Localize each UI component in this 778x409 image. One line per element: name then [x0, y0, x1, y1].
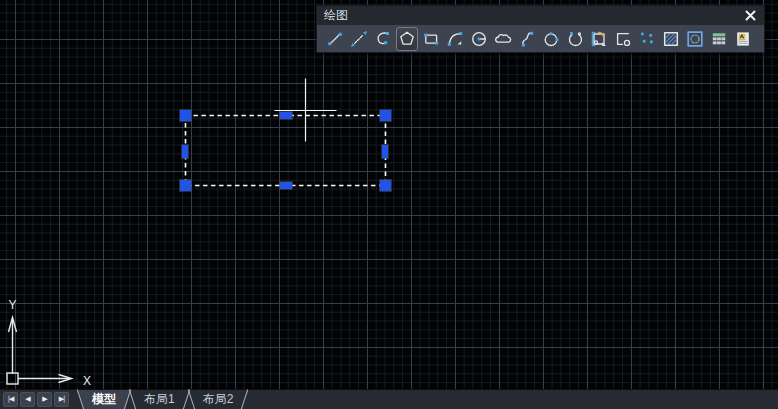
tab-label: 布局1: [144, 392, 175, 406]
grip-bottom-right[interactable]: [380, 180, 391, 191]
hatch-icon: [661, 29, 681, 49]
grip-bottom-left[interactable]: [180, 180, 191, 191]
construction-line-tool-button[interactable]: [348, 27, 370, 51]
tab-model[interactable]: 模型: [78, 390, 130, 409]
insert-block-icon: [589, 29, 609, 49]
tab-slant-left: [129, 389, 136, 409]
grip-top-left[interactable]: [180, 110, 191, 121]
hatch-tool-button[interactable]: [660, 27, 682, 51]
draw-toolbar: 绘图: [316, 5, 765, 53]
grip-right-mid[interactable]: [382, 145, 388, 158]
line-tool-button[interactable]: [324, 27, 346, 51]
construction-line-icon: [349, 29, 369, 49]
toolbar-body: [317, 25, 764, 53]
mtext-tool-button[interactable]: [732, 27, 754, 51]
spline-icon: [517, 29, 537, 49]
circle-tool-button[interactable]: [468, 27, 490, 51]
polygon-tool-button[interactable]: [396, 27, 418, 51]
arc-icon: [445, 29, 465, 49]
gradient-tool-button[interactable]: [684, 27, 706, 51]
table-icon: [709, 29, 729, 49]
ucs-x-label: X: [83, 374, 91, 388]
tab-label: 模型: [92, 392, 116, 406]
ellipse-arc-tool-button[interactable]: [564, 27, 586, 51]
polyline-tool-button[interactable]: [372, 27, 394, 51]
tab-navigation: |◀◀▶▶|: [0, 392, 69, 407]
rectangle-icon: [421, 29, 441, 49]
ucs-origin-box: [7, 373, 18, 384]
drawing-overlay: Y X: [0, 0, 778, 389]
last-tab-button[interactable]: ▶|: [54, 392, 69, 407]
layout-tabs: 模型布局1布局2: [78, 390, 247, 409]
crosshair-cursor: [275, 79, 337, 142]
grip-left-mid[interactable]: [182, 145, 188, 158]
toolbar-title: 绘图: [324, 6, 742, 25]
point-tool-button[interactable]: [636, 27, 658, 51]
grip-top-mid[interactable]: [280, 112, 292, 119]
selection-outline[interactable]: [186, 116, 386, 186]
rectangle-tool-button[interactable]: [420, 27, 442, 51]
next-tab-button[interactable]: ▶: [37, 392, 52, 407]
cad-application: Y X 绘图 |◀◀▶▶| 模型布局1布局2: [0, 0, 778, 409]
grip-top-right[interactable]: [380, 110, 391, 121]
ellipse-arc-icon: [565, 29, 585, 49]
close-icon[interactable]: [742, 8, 758, 23]
ucs-icon: Y X: [7, 298, 91, 388]
tab-layout1[interactable]: 布局1: [130, 390, 189, 409]
gradient-icon: [685, 29, 705, 49]
polyline-icon: [373, 29, 393, 49]
mtext-icon: [733, 29, 753, 49]
previous-tab-button[interactable]: ◀: [20, 392, 35, 407]
table-tool-button[interactable]: [708, 27, 730, 51]
revision-cloud-icon: [493, 29, 513, 49]
revision-cloud-tool-button[interactable]: [492, 27, 514, 51]
spline-tool-button[interactable]: [516, 27, 538, 51]
line-icon: [325, 29, 345, 49]
tab-layout2[interactable]: 布局2: [189, 390, 248, 409]
tab-slant-right: [241, 389, 248, 409]
tab-label: 布局2: [203, 392, 234, 406]
ellipse-icon: [541, 29, 561, 49]
toolbar-titlebar[interactable]: 绘图: [317, 6, 764, 25]
ellipse-tool-button[interactable]: [540, 27, 562, 51]
first-tab-button[interactable]: |◀: [3, 392, 18, 407]
make-block-icon: [613, 29, 633, 49]
make-block-tool-button[interactable]: [612, 27, 634, 51]
layout-tabbar: |◀◀▶▶| 模型布局1布局2: [0, 389, 778, 409]
polygon-icon: [397, 29, 417, 49]
point-icon: [637, 29, 657, 49]
grip-bottom-mid[interactable]: [280, 182, 292, 189]
ucs-y-label: Y: [8, 298, 16, 312]
arc-tool-button[interactable]: [444, 27, 466, 51]
circle-icon: [469, 29, 489, 49]
insert-block-tool-button[interactable]: [588, 27, 610, 51]
tab-slant-left: [187, 389, 194, 409]
